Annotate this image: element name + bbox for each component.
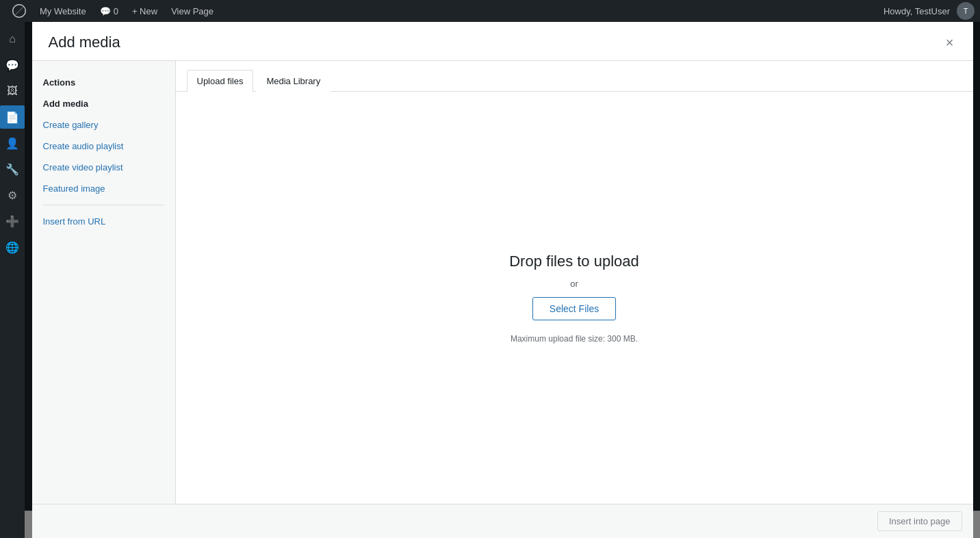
wp-logo-link[interactable] bbox=[5, 0, 33, 22]
drop-zone: Drop files to upload or Select Files Max… bbox=[509, 253, 639, 344]
drop-title: Drop files to upload bbox=[509, 253, 639, 270]
sidebar-icon-comments[interactable]: 💬 bbox=[0, 53, 25, 77]
comment-link[interactable]: 💬 0 bbox=[93, 0, 125, 22]
modal-tabs: Upload files Media Library bbox=[176, 61, 973, 92]
sidebar-item-featured-image[interactable]: Featured image bbox=[32, 178, 175, 199]
view-page-link[interactable]: View Page bbox=[164, 0, 220, 22]
admin-bar: My Website 💬 0 + New View Page Howdy, Te… bbox=[0, 0, 980, 22]
admin-bar-right: Howdy, TestUser T bbox=[877, 2, 975, 20]
modal-dialog: Add media × Actions Add media Create gal… bbox=[32, 22, 973, 538]
close-button[interactable]: × bbox=[943, 33, 957, 52]
upload-max-info: Maximum upload file size: 300 MB. bbox=[511, 334, 638, 344]
sidebar-heading: Actions bbox=[32, 72, 175, 93]
sidebar-item-add-media[interactable]: Add media bbox=[32, 93, 175, 114]
new-link[interactable]: + New bbox=[125, 0, 164, 22]
sidebar-item-create-video-playlist[interactable]: Create video playlist bbox=[32, 157, 175, 178]
sidebar-icon-tools[interactable]: 🔧 bbox=[0, 157, 25, 181]
modal-content: Upload files Media Library Drop files to… bbox=[176, 61, 973, 504]
admin-bar-left: My Website 💬 0 + New View Page bbox=[5, 0, 877, 22]
wp-logo-icon bbox=[12, 4, 26, 18]
upload-area: Drop files to upload or Select Files Max… bbox=[176, 92, 973, 504]
modal-title: Add media bbox=[49, 34, 120, 51]
sidebar-icon-pages[interactable]: 📄 bbox=[0, 105, 25, 129]
howdy-text: Howdy, TestUser bbox=[877, 6, 957, 16]
sidebar-item-create-gallery[interactable]: Create gallery bbox=[32, 114, 175, 136]
new-label: + New bbox=[132, 6, 157, 16]
site-name-link[interactable]: My Website bbox=[33, 0, 93, 22]
insert-into-page-button[interactable]: Insert into page bbox=[877, 511, 962, 531]
tab-upload-files[interactable]: Upload files bbox=[187, 70, 254, 92]
comment-count: 0 bbox=[114, 6, 118, 16]
sidebar-icon-plus[interactable]: ➕ bbox=[0, 209, 25, 233]
sidebar-icon-dashboard[interactable]: ⌂ bbox=[0, 27, 25, 51]
modal-sidebar: Actions Add media Create gallery Create … bbox=[32, 61, 176, 504]
comment-icon: 💬 bbox=[100, 6, 111, 16]
modal-header: Add media × bbox=[32, 22, 973, 61]
modal-footer: Insert into page bbox=[32, 504, 973, 538]
avatar: T bbox=[957, 2, 975, 20]
drop-or-text: or bbox=[570, 279, 578, 289]
sidebar-icon-settings[interactable]: ⚙ bbox=[0, 183, 25, 207]
tab-media-library[interactable]: Media Library bbox=[256, 70, 331, 92]
site-name: My Website bbox=[40, 6, 86, 16]
sidebar-icon-users[interactable]: 👤 bbox=[0, 131, 25, 155]
modal-add-media: Add media × Actions Add media Create gal… bbox=[25, 22, 980, 538]
wp-sidebar: ⌂ 💬 🖼 📄 👤 🔧 ⚙ ➕ 🌐 bbox=[0, 22, 25, 538]
sidebar-icon-globe[interactable]: 🌐 bbox=[0, 235, 25, 259]
sidebar-divider bbox=[43, 205, 164, 205]
select-files-button[interactable]: Select Files bbox=[532, 297, 616, 320]
view-page-label: View Page bbox=[171, 6, 214, 16]
modal-body: Actions Add media Create gallery Create … bbox=[32, 61, 973, 504]
sidebar-icon-media[interactable]: 🖼 bbox=[0, 79, 25, 103]
sidebar-item-insert-from-url[interactable]: Insert from URL bbox=[32, 211, 175, 232]
sidebar-item-create-audio-playlist[interactable]: Create audio playlist bbox=[32, 136, 175, 157]
